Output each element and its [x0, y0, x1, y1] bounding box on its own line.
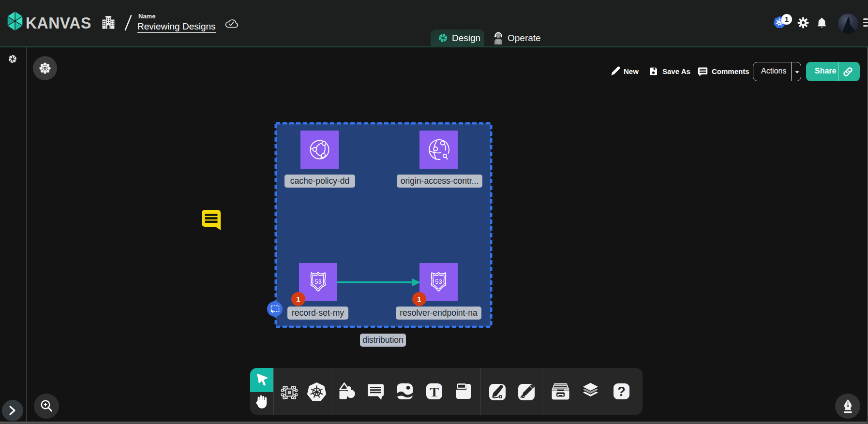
- svg-text:?: ?: [617, 384, 626, 399]
- svg-text:53: 53: [435, 278, 442, 285]
- svg-text:53: 53: [314, 278, 321, 285]
- svg-text:T: T: [430, 384, 439, 399]
